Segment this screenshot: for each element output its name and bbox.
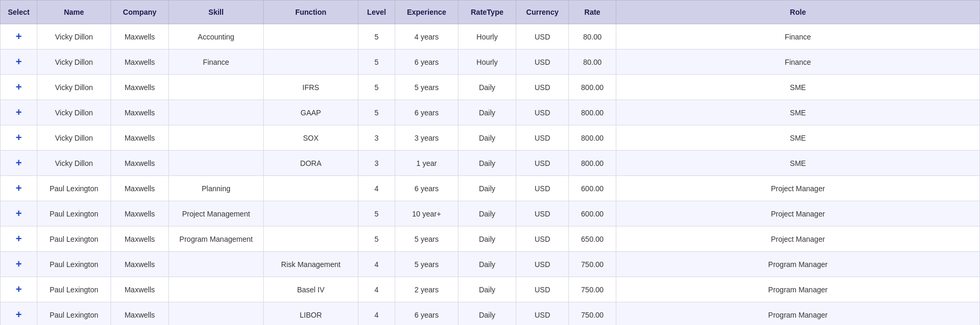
cell-level: 5 <box>358 226 395 252</box>
select-cell: + <box>1 201 37 226</box>
cell-ratetype: Daily <box>458 302 516 326</box>
cell-rate: 750.00 <box>569 302 616 326</box>
cell-name: Vicky Dillon <box>37 24 111 50</box>
table-row: +Paul LexingtonMaxwellsPlanning46 yearsD… <box>1 176 980 201</box>
select-cell: + <box>1 277 37 302</box>
cell-skill <box>169 125 264 151</box>
table-row: +Paul LexingtonMaxwellsProgram Managemen… <box>1 226 980 252</box>
cell-rate: 800.00 <box>569 100 616 125</box>
cell-skill <box>169 277 264 302</box>
cell-name: Vicky Dillon <box>37 100 111 125</box>
header-level: Level <box>358 1 395 24</box>
add-button[interactable]: + <box>16 233 22 245</box>
select-cell: + <box>1 176 37 201</box>
cell-function: GAAP <box>264 100 358 125</box>
cell-rate: 800.00 <box>569 75 616 100</box>
cell-skill <box>169 302 264 326</box>
cell-skill: Project Management <box>169 201 264 226</box>
cell-role: Project Manager <box>616 201 980 226</box>
resource-table: Select Name Company Skill Function Level… <box>0 0 980 325</box>
cell-company: Maxwells <box>111 226 169 252</box>
cell-company: Maxwells <box>111 50 169 75</box>
header-select: Select <box>1 1 37 24</box>
cell-company: Maxwells <box>111 24 169 50</box>
cell-ratetype: Daily <box>458 201 516 226</box>
cell-rate: 80.00 <box>569 24 616 50</box>
cell-function <box>264 24 358 50</box>
cell-role: SME <box>616 100 980 125</box>
cell-skill: Finance <box>169 50 264 75</box>
cell-role: Project Manager <box>616 176 980 201</box>
cell-role: SME <box>616 125 980 151</box>
cell-company: Maxwells <box>111 125 169 151</box>
table-row: +Paul LexingtonMaxwellsLIBOR46 yearsDail… <box>1 302 980 326</box>
cell-company: Maxwells <box>111 201 169 226</box>
add-button[interactable]: + <box>16 132 22 144</box>
cell-ratetype: Daily <box>458 151 516 176</box>
cell-level: 4 <box>358 277 395 302</box>
cell-role: SME <box>616 75 980 100</box>
cell-name: Paul Lexington <box>37 201 111 226</box>
select-cell: + <box>1 125 37 151</box>
cell-role: Program Manager <box>616 302 980 326</box>
cell-ratetype: Daily <box>458 75 516 100</box>
cell-name: Paul Lexington <box>37 277 111 302</box>
cell-ratetype: Daily <box>458 125 516 151</box>
cell-role: Project Manager <box>616 226 980 252</box>
cell-name: Paul Lexington <box>37 176 111 201</box>
table-row: +Paul LexingtonMaxwellsProject Managemen… <box>1 201 980 226</box>
cell-ratetype: Hourly <box>458 24 516 50</box>
cell-level: 4 <box>358 302 395 326</box>
add-button[interactable]: + <box>16 208 22 220</box>
add-button[interactable]: + <box>16 31 22 43</box>
cell-currency: USD <box>516 201 569 226</box>
cell-role: Program Manager <box>616 252 980 277</box>
cell-experience: 6 years <box>395 176 458 201</box>
cell-rate: 800.00 <box>569 151 616 176</box>
cell-experience: 5 years <box>395 75 458 100</box>
cell-currency: USD <box>516 252 569 277</box>
table-row: +Vicky DillonMaxwellsAccounting54 yearsH… <box>1 24 980 50</box>
add-button[interactable]: + <box>16 182 22 194</box>
table-row: +Paul LexingtonMaxwellsRisk Management45… <box>1 252 980 277</box>
cell-role: Finance <box>616 24 980 50</box>
header-currency: Currency <box>516 1 569 24</box>
cell-level: 5 <box>358 201 395 226</box>
table-row: +Paul LexingtonMaxwellsBasel IV42 yearsD… <box>1 277 980 302</box>
cell-level: 3 <box>358 125 395 151</box>
table-row: +Vicky DillonMaxwellsDORA31 yearDailyUSD… <box>1 151 980 176</box>
cell-company: Maxwells <box>111 100 169 125</box>
cell-ratetype: Daily <box>458 277 516 302</box>
cell-experience: 5 years <box>395 226 458 252</box>
add-button[interactable]: + <box>16 106 22 119</box>
cell-name: Paul Lexington <box>37 302 111 326</box>
table-row: +Vicky DillonMaxwellsFinance56 yearsHour… <box>1 50 980 75</box>
cell-level: 5 <box>358 100 395 125</box>
cell-level: 5 <box>358 75 395 100</box>
cell-level: 5 <box>358 24 395 50</box>
cell-experience: 6 years <box>395 302 458 326</box>
cell-skill: Accounting <box>169 24 264 50</box>
cell-experience: 5 years <box>395 252 458 277</box>
cell-level: 4 <box>358 252 395 277</box>
add-button[interactable]: + <box>16 258 22 270</box>
add-button[interactable]: + <box>16 56 22 68</box>
cell-role: Program Manager <box>616 277 980 302</box>
add-button[interactable]: + <box>16 309 22 321</box>
cell-level: 5 <box>358 50 395 75</box>
cell-currency: USD <box>516 125 569 151</box>
add-button[interactable]: + <box>16 157 22 169</box>
select-cell: + <box>1 100 37 125</box>
table-header-row: Select Name Company Skill Function Level… <box>1 1 980 24</box>
header-company: Company <box>111 1 169 24</box>
cell-rate: 750.00 <box>569 252 616 277</box>
cell-skill <box>169 75 264 100</box>
cell-skill <box>169 100 264 125</box>
cell-rate: 600.00 <box>569 176 616 201</box>
add-button[interactable]: + <box>16 283 22 296</box>
cell-name: Vicky Dillon <box>37 75 111 100</box>
cell-experience: 6 years <box>395 100 458 125</box>
cell-rate: 80.00 <box>569 50 616 75</box>
add-button[interactable]: + <box>16 81 22 93</box>
cell-currency: USD <box>516 176 569 201</box>
